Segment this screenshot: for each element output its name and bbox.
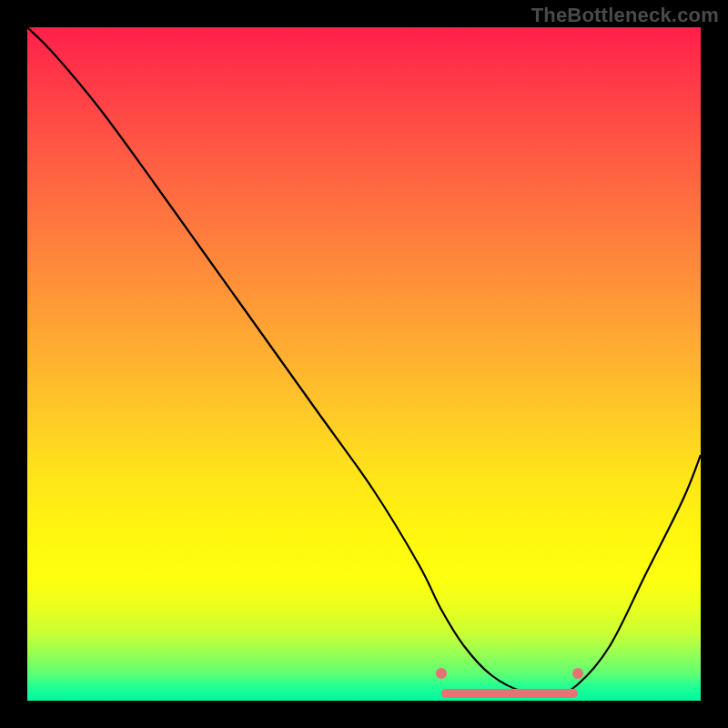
optimal-range-dot-left xyxy=(436,668,447,679)
plot-area xyxy=(27,27,701,701)
bottleneck-curve xyxy=(27,27,701,694)
optimal-range-dot-right xyxy=(572,668,583,679)
watermark-text: TheBottleneck.com xyxy=(531,4,719,27)
curve-overlay xyxy=(27,27,701,701)
optimal-range-marker xyxy=(441,689,578,698)
chart-frame: TheBottleneck.com xyxy=(0,0,728,728)
